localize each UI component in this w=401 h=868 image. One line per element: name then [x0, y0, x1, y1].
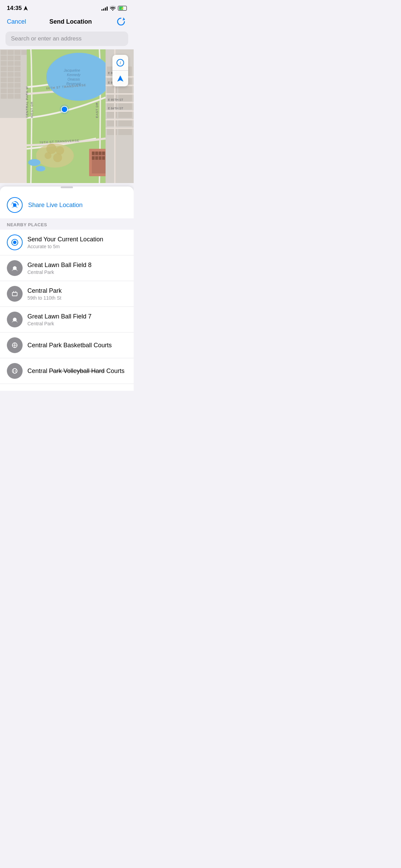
- svg-rect-24: [1, 88, 7, 93]
- svg-point-38: [36, 166, 45, 171]
- list-item[interactable]: Great Lawn Ball Field 8 Central Park: [0, 255, 134, 281]
- map-info-button[interactable]: i: [112, 55, 128, 71]
- place-subtitle: Central Park: [27, 269, 92, 275]
- svg-rect-55: [118, 86, 132, 93]
- status-icons: ⚡: [101, 6, 127, 11]
- svg-rect-12: [1, 67, 7, 71]
- svg-rect-65: [118, 128, 132, 135]
- svg-text:Jacqueline: Jacqueline: [63, 69, 80, 72]
- nav-bar: Cancel Send Location: [0, 14, 134, 32]
- share-live-label: Share Live Location: [28, 202, 83, 209]
- svg-rect-60: [107, 111, 117, 118]
- place-name: Great Lawn Ball Field 7: [27, 313, 92, 320]
- svg-rect-5: [21, 50, 27, 55]
- svg-rect-29: [14, 94, 21, 99]
- list-item[interactable]: Central Park 59th to 110th St: [0, 281, 134, 307]
- search-input[interactable]: [5, 32, 128, 46]
- place-info: Central Park Volleyball Hard Courts: [27, 367, 124, 375]
- svg-rect-16: [8, 72, 14, 77]
- svg-text:EAST DR: EAST DR: [95, 102, 99, 118]
- place-subtitle: Central Park: [27, 321, 92, 326]
- refresh-button[interactable]: [115, 16, 127, 27]
- place-icon: [7, 363, 23, 379]
- list-item[interactable]: Great Lawn Ball Field 7 Central Park: [0, 307, 134, 333]
- place-info: Send Your Current Location Accurate to 5…: [27, 236, 103, 249]
- place-name: Central Park Basketball Courts: [27, 342, 112, 349]
- list-item[interactable]: Central Park Volleyball Hard Courts: [0, 358, 134, 384]
- svg-rect-43: [99, 152, 101, 155]
- svg-rect-3: [8, 50, 14, 55]
- place-icon: [7, 260, 23, 276]
- place-subtitle: Accurate to 5m: [27, 244, 103, 249]
- svg-rect-47: [99, 156, 101, 160]
- search-container: [0, 32, 134, 49]
- map-controls: i: [112, 55, 128, 86]
- place-icon: [7, 312, 23, 327]
- svg-rect-26: [14, 88, 21, 93]
- svg-rect-21: [1, 83, 7, 88]
- cancel-button[interactable]: Cancel: [7, 18, 26, 25]
- svg-rect-10: [8, 61, 14, 66]
- svg-rect-27: [1, 94, 7, 99]
- svg-point-35: [45, 152, 51, 159]
- svg-rect-4: [14, 50, 21, 55]
- place-subtitle: 59th to 110th St: [27, 295, 62, 301]
- status-bar: 14:35 ⚡: [0, 0, 134, 14]
- map-location-button[interactable]: [112, 71, 128, 86]
- list-item[interactable]: Central Park Basketball Courts: [0, 333, 134, 358]
- svg-point-37: [28, 159, 40, 166]
- svg-text:Kennedy: Kennedy: [67, 73, 81, 77]
- wifi-icon: [110, 6, 116, 11]
- svg-rect-44: [102, 152, 105, 155]
- svg-rect-41: [92, 152, 95, 155]
- svg-rect-20: [14, 77, 21, 82]
- current-location-icon: [7, 234, 23, 250]
- status-time: 14:35: [7, 5, 28, 12]
- svg-rect-18: [1, 77, 7, 82]
- svg-text:E 84TH ST: E 84TH ST: [108, 107, 123, 110]
- svg-rect-7: [8, 56, 14, 60]
- svg-rect-25: [8, 88, 14, 93]
- place-info: Great Lawn Ball Field 8 Central Park: [27, 262, 92, 275]
- place-info: Central Park Basketball Courts: [27, 342, 112, 349]
- svg-rect-46: [95, 156, 98, 160]
- svg-text:E 85TH ST: E 85TH ST: [108, 98, 123, 101]
- svg-text:i: i: [120, 60, 121, 65]
- svg-rect-28: [8, 94, 14, 99]
- map-view[interactable]: 86TH ST TRANSVERSE 79TH ST TRANSVERSE CE…: [0, 49, 134, 183]
- place-icon: [7, 286, 23, 302]
- page-title: Send Location: [49, 18, 92, 25]
- info-icon: i: [117, 59, 124, 67]
- place-info: Great Lawn Ball Field 7 Central Park: [27, 313, 92, 326]
- svg-rect-15: [1, 72, 7, 77]
- svg-rect-22: [8, 83, 14, 88]
- location-arrow-icon: [24, 6, 28, 11]
- svg-point-36: [53, 153, 62, 162]
- refresh-icon: [117, 17, 125, 26]
- svg-rect-94: [12, 292, 17, 296]
- nearby-section-header: NEARBY PLACES: [0, 219, 134, 230]
- place-name: Central Park: [27, 287, 62, 294]
- battery-icon: ⚡: [118, 6, 127, 11]
- place-icon: [7, 337, 23, 353]
- navigate-icon: [117, 75, 124, 82]
- drag-handle[interactable]: [61, 186, 73, 188]
- svg-point-31: [46, 53, 111, 101]
- place-name: Send Your Current Location: [27, 236, 103, 243]
- live-location-icon: [10, 201, 19, 209]
- svg-rect-13: [8, 67, 14, 71]
- list-item[interactable]: Send Your Current Location Accurate to 5…: [0, 230, 134, 255]
- share-live-location[interactable]: Share Live Location: [0, 193, 134, 219]
- svg-rect-19: [8, 77, 14, 82]
- svg-rect-14: [14, 67, 21, 71]
- svg-rect-9: [1, 61, 7, 66]
- signal-icon: [101, 6, 108, 11]
- svg-text:WEST DR: WEST DR: [30, 101, 34, 118]
- svg-rect-17: [14, 72, 21, 77]
- svg-rect-11: [14, 61, 21, 66]
- place-name: Central Park Volleyball Hard Courts: [27, 367, 124, 375]
- svg-rect-42: [95, 152, 98, 155]
- nearby-header-text: NEARBY PLACES: [7, 222, 47, 227]
- svg-text:Reservoir: Reservoir: [66, 82, 81, 86]
- svg-rect-48: [102, 156, 105, 160]
